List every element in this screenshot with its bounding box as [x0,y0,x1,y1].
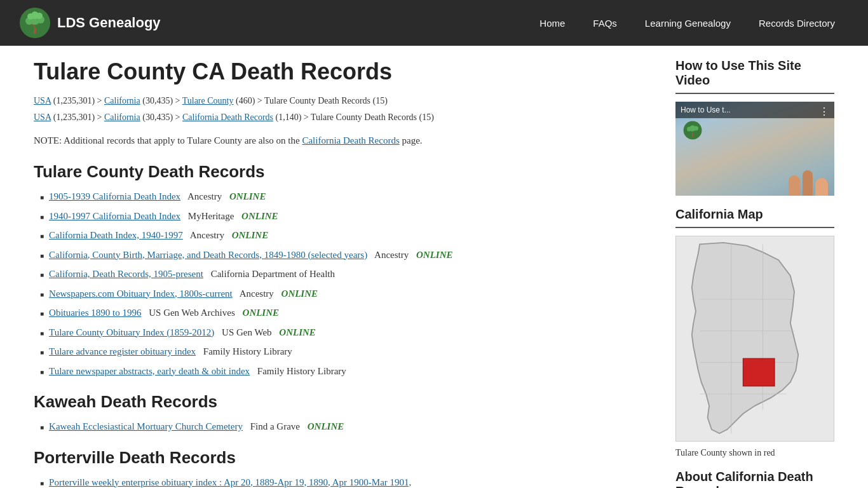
breadcrumb-2: USA (1,235,301) > California (30,435) > … [34,111,656,124]
online-badge: ONLINE [308,419,344,434]
breadcrumb-ca-1[interactable]: California [104,96,140,105]
logo-icon [19,7,51,39]
record-link-8[interactable]: Tulare advance register obituary index [49,344,196,359]
online-badge: ONLINE [232,228,269,243]
record-link-2[interactable]: California Death Index, 1940-1997 [49,228,183,243]
site-header: LDS Genealogy Home FAQs Learning Genealo… [0,0,868,46]
record-link-7[interactable]: Tulare County Obituary Index (1859-2012) [49,325,214,340]
online-badge: ONLINE [416,248,453,262]
svg-rect-12 [692,133,693,137]
video-title-overlay: How to Use t... ⋮ [675,102,834,118]
sidebar: How to Use This Site Video [675,58,834,488]
svg-rect-24 [743,358,775,386]
record-link-4[interactable]: California, Death Records, 1905-present [49,267,203,281]
list-item: California Death Index, 1940-1997 Ancest… [40,228,656,243]
ca-death-records-link[interactable]: California Death Records [302,135,399,146]
map-section: California Map [675,207,834,458]
about-section: About California Death Records Death rec… [675,470,834,488]
list-item: 1905-1939 California Death Index Ancestr… [40,189,656,204]
california-map [675,236,834,442]
about-section-title: About California Death Records [675,470,834,488]
list-item: Porterville weekly enterprise obituary i… [40,475,656,489]
online-badge: ONLINE [279,325,316,340]
breadcrumb-ca-death[interactable]: California Death Records [182,112,273,122]
porterville-record-list: Porterville weekly enterprise obituary i… [40,475,656,489]
list-item: California, County Birth, Marriage, and … [40,248,656,262]
svg-point-10 [36,13,43,19]
record-link-5[interactable]: Newspapers.com Obituary Index, 1800s-cur… [49,287,233,301]
svg-point-15 [694,126,698,130]
svg-rect-1 [34,27,36,34]
sidebar-divider-2 [675,227,834,228]
section-title-porterville: Porterville Death Records [34,448,656,468]
map-label: Tulare County shown in red [675,448,834,458]
record-link-3[interactable]: California, County Birth, Marriage, and … [49,248,367,262]
list-item: Tulare advance register obituary index F… [40,344,656,359]
site-nav: Home FAQs Learning Genealogy Records Dir… [526,11,849,35]
online-badge: ONLINE [241,209,278,224]
breadcrumb-usa-1[interactable]: USA [34,96,51,105]
breadcrumb-tulare-1[interactable]: Tulare County [182,96,234,105]
nav-home[interactable]: Home [526,11,579,35]
logo-text: LDS Genealogy [57,15,161,31]
breadcrumb-usa-2[interactable]: USA [34,112,51,122]
section-title-kaweah: Kaweah Death Records [34,392,656,412]
list-item: Tulare newspaper abstracts, early death … [40,364,656,379]
record-link-9[interactable]: Tulare newspaper abstracts, early death … [49,364,250,379]
breadcrumb-1: USA (1,235,301) > California (30,435) > … [34,94,656,107]
list-item: 1940-1997 California Death Index MyHerit… [40,209,656,224]
video-section: How to Use This Site Video [675,58,834,196]
video-thumb-inner: How to Use t... ⋮ [675,102,834,196]
note-text: NOTE: Additional records that apply to T… [34,133,656,148]
list-item: Obituaries 1890 to 1996 US Gen Web Archi… [40,306,656,320]
nav-records[interactable]: Records Directory [745,11,849,35]
record-link-p0[interactable]: Porterville weekly enterprise obituary i… [49,475,411,489]
online-badge: ONLINE [229,189,266,204]
online-badge: ONLINE [243,306,280,320]
video-more-btn[interactable]: ⋮ [819,105,829,118]
record-link-1[interactable]: 1940-1997 California Death Index [49,209,180,224]
sidebar-divider-1 [675,93,834,94]
nav-faqs[interactable]: FAQs [579,11,631,35]
record-link-k0[interactable]: Kaweah Ecclesiastical Mortuary Church Ce… [49,419,243,434]
tulare-record-list: 1905-1939 California Death Index Ancestr… [40,189,656,378]
list-item: Kaweah Ecclesiastical Mortuary Church Ce… [40,419,656,434]
ca-map-container [675,236,834,444]
list-item: Newspapers.com Obituary Index, 1800s-cur… [40,287,656,301]
map-section-title: California Map [675,207,834,222]
record-link-0[interactable]: 1905-1939 California Death Index [49,189,180,204]
video-section-title: How to Use This Site Video [675,58,834,88]
kaweah-record-list: Kaweah Ecclesiastical Mortuary Church Ce… [40,419,656,434]
video-thumbnail[interactable]: How to Use t... ⋮ [675,102,834,196]
main-content: Tulare County CA Death Records USA (1,23… [34,58,656,488]
online-badge: ONLINE [281,287,318,301]
page-title: Tulare County CA Death Records [34,58,656,85]
section-title-tulare: Tulare County Death Records [34,162,656,182]
page-wrap: Tulare County CA Death Records USA (1,23… [21,46,847,488]
record-link-6[interactable]: Obituaries 1890 to 1996 [49,306,141,320]
breadcrumb-ca-2[interactable]: California [104,112,140,122]
svg-point-14 [687,127,691,132]
nav-learning[interactable]: Learning Genealogy [631,11,745,35]
list-item: California, Death Records, 1905-present … [40,267,656,281]
logo-area: LDS Genealogy [19,7,161,39]
list-item: Tulare County Obituary Index (1859-2012)… [40,325,656,340]
